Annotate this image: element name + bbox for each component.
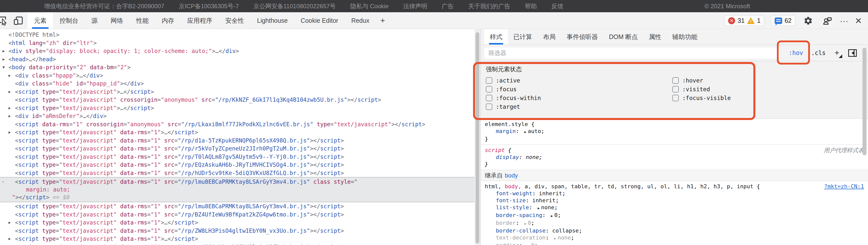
expand-icon[interactable]: ▶ — [2, 55, 5, 64]
collapse-icon[interactable]: ▼ — [2, 63, 5, 71]
css-selector[interactable]: element.style { — [485, 121, 864, 128]
css-property-border-spacing[interactable]: border-spacing: ▶0; — [485, 212, 864, 219]
css-property-text-decoration[interactable]: text-decoration: ▶none; — [485, 234, 864, 242]
footer-link[interactable]: 隐私与 Cookie — [350, 2, 389, 10]
expand-icon[interactable]: ▶ — [8, 128, 11, 137]
dom-tree-row[interactable]: <script type="text/javascript" crossorig… — [0, 96, 474, 104]
force-state-hover[interactable]: :hover — [672, 77, 868, 84]
new-style-rule-button[interactable]: + — [832, 48, 842, 58]
force-state-focus-visible[interactable]: :focus-visible — [672, 95, 868, 101]
footer-link[interactable]: 广告 — [442, 2, 454, 10]
styles-scrollbar[interactable] — [863, 48, 868, 155]
footer-link[interactable]: 增值电信业务经营许可证：合字B2-20090007 — [44, 2, 164, 10]
css-selector[interactable]: 用户代理样式表script { — [485, 147, 864, 154]
css-selector[interactable]: ?mkt=zh-CN:1html, body, a, div, span, ta… — [485, 183, 864, 190]
dom-tree-row[interactable]: <script type="text/javascript" data-rms=… — [0, 243, 474, 245]
checkbox[interactable] — [672, 86, 679, 93]
device-toolbar-icon[interactable] — [12, 15, 25, 26]
checkbox[interactable] — [486, 86, 492, 93]
footer-link[interactable]: 京公网安备11010802022657号 — [253, 2, 336, 10]
issues-badge[interactable]: ✕ 31 ! 1 — [724, 15, 764, 26]
dom-tree-row[interactable]: <script type="text/javascript" data-rms=… — [0, 169, 474, 177]
expand-icon[interactable]: ▶ — [8, 71, 11, 80]
settings-gear-icon[interactable] — [802, 15, 814, 26]
expand-icon[interactable]: ▶ — [8, 218, 11, 227]
expand-shorthand-icon[interactable]: ▶ — [538, 206, 539, 210]
dom-tree-row[interactable]: <script type="text/javascript" data-rms=… — [0, 202, 474, 210]
devtools-tab-Cookie Editor[interactable]: Cookie Editor — [294, 12, 345, 29]
stylesheet-source-link[interactable]: ?mkt=zh-CN:1 — [824, 183, 864, 190]
expand-icon[interactable]: ▶ — [8, 104, 11, 112]
devtools-tab-网络[interactable]: 网络 — [104, 12, 130, 29]
show-sidebar-icon[interactable] — [848, 49, 857, 57]
css-property-font-size[interactable]: font-size: inherit; — [485, 197, 864, 204]
dom-tree-row[interactable]: ▶<div style="display: block; opacity: 1;… — [0, 47, 474, 55]
css-property-list-style[interactable]: list-style: ▶none; — [485, 204, 864, 212]
footer-link[interactable]: 法律声明 — [403, 2, 427, 10]
dom-tree-row[interactable]: <div class="hide" id="hpapp_id"></div> — [0, 79, 474, 88]
styles-tab-事件侦听器[interactable]: 事件侦听器 — [561, 29, 603, 44]
scrollbar-thumb[interactable] — [475, 32, 479, 244]
close-devtools-icon[interactable]: ✕ — [855, 16, 862, 25]
styles-tab-布局[interactable]: 布局 — [538, 29, 561, 44]
dom-tree-row[interactable]: <script type="text/javascript" data-rms=… — [0, 137, 474, 145]
expand-icon[interactable]: ▶ — [8, 235, 11, 243]
expand-icon[interactable]: ▶ — [2, 47, 5, 55]
dom-tree-row[interactable]: <script type="text/javascript" data-rms=… — [0, 153, 474, 161]
dom-tree-row[interactable]: ▶<script type="text/javascript">…</scrip… — [0, 88, 474, 96]
dom-tree-row[interactable]: ▶<div class="hpapp">…</div> — [0, 71, 474, 80]
more-options-icon[interactable]: ··· — [840, 16, 848, 25]
checkbox[interactable] — [486, 104, 492, 110]
devtools-tab-控制台[interactable]: 控制台 — [53, 12, 85, 29]
dom-tree-row[interactable]: <script type="text/javascript" data-rms=… — [0, 210, 474, 219]
more-tabs-button[interactable]: + — [376, 12, 390, 29]
devtools-tab-安全性[interactable]: 安全性 — [219, 12, 251, 29]
messages-badge[interactable]: 62 — [771, 15, 796, 26]
styles-tab-样式[interactable]: 样式 — [484, 29, 508, 44]
inherited-body-link[interactable]: body — [505, 172, 518, 179]
expand-shorthand-icon[interactable]: ▶ — [524, 222, 526, 225]
expand-icon[interactable]: ▶ — [8, 112, 11, 120]
footer-link[interactable]: 关于我们的广告 — [468, 2, 510, 10]
dom-tree-row[interactable]: <script type="text/javascript" data-rms=… — [0, 161, 474, 169]
css-property-border-collapse[interactable]: border-collapse: collapse; — [485, 227, 864, 234]
css-property-border[interactable]: border: ▶0; — [485, 219, 864, 227]
expand-icon[interactable]: ▶ — [8, 88, 11, 96]
footer-link[interactable]: 京ICP备10036305号-7 — [179, 2, 239, 10]
expand-shorthand-icon[interactable]: ▶ — [554, 237, 556, 240]
feedback-icon[interactable] — [821, 15, 833, 26]
force-state-active[interactable]: :active — [486, 77, 672, 84]
devtools-tab-应用程序[interactable]: 应用程序 — [181, 12, 219, 29]
devtools-tab-Lighthouse[interactable]: Lighthouse — [251, 12, 294, 29]
styles-filter-input[interactable] — [484, 47, 780, 59]
scrollbar-thumb[interactable] — [863, 48, 867, 155]
force-state-focus[interactable]: :focus — [486, 86, 672, 93]
css-property-display[interactable]: display: none; — [485, 154, 864, 161]
devtools-tab-性能[interactable]: 性能 — [130, 12, 155, 29]
force-state-visited[interactable]: :visited — [672, 86, 868, 93]
dom-tree-row[interactable]: ▶<script type="text/javascript">…</scrip… — [0, 104, 474, 112]
checkbox[interactable] — [486, 77, 492, 84]
css-property-padding[interactable]: padding: ▶0; — [485, 242, 864, 245]
dom-tree-row[interactable]: <script type="text/javascript" data-rms=… — [0, 227, 474, 235]
styles-tab-已计算[interactable]: 已计算 — [508, 29, 538, 44]
styles-tab-辅助功能[interactable]: 辅助功能 — [667, 29, 703, 44]
dom-tree-row[interactable]: ▶<head>…</head> — [0, 55, 474, 64]
dom-tree-row[interactable]: <!DOCTYPE html> — [0, 31, 474, 39]
dom-tree-row[interactable]: <script data-rms="1" crossorigin="anonym… — [0, 120, 474, 129]
dom-tree-row[interactable]: ▶<script type="text/javascript" data-rms… — [0, 235, 474, 243]
force-state-focus-within[interactable]: :focus-within — [486, 95, 672, 101]
css-property-margin[interactable]: margin: ▶auto; — [485, 128, 864, 136]
checkbox[interactable] — [672, 95, 679, 101]
css-property-font-weight[interactable]: font-weight: inherit; — [485, 190, 864, 197]
inspect-element-icon[interactable] — [0, 15, 8, 26]
dom-tree-row[interactable]: ▶<div id="aRmsDefer">…</div> — [0, 112, 474, 120]
devtools-tab-源[interactable]: 源 — [85, 12, 104, 29]
footer-link[interactable]: 帮助 — [525, 2, 537, 10]
styles-tab-属性[interactable]: 属性 — [643, 29, 667, 44]
expand-shorthand-icon[interactable]: ▶ — [524, 130, 526, 134]
force-state-target[interactable]: :target — [486, 104, 672, 110]
styles-tab-DOM 断点[interactable]: DOM 断点 — [603, 29, 643, 44]
devtools-tab-Redux[interactable]: Redux — [345, 12, 376, 29]
toggle-element-state-button[interactable]: :hov — [786, 47, 806, 59]
